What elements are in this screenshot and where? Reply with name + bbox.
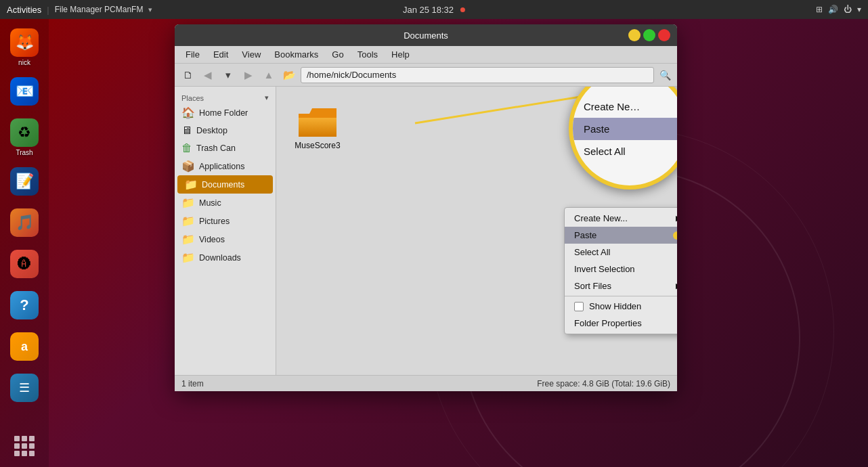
sidebar-item-videos[interactable]: 📁 Videos — [175, 230, 276, 248]
ctx-item-select-all[interactable]: Select All — [565, 244, 677, 261]
sidebar-header: Places ▾ — [175, 91, 276, 104]
dock-icon-help[interactable]: ? — [3, 287, 46, 326]
menu-bookmarks[interactable]: Bookmarks — [269, 48, 324, 61]
dock-icon-writer[interactable]: 📝 — [3, 163, 46, 202]
sidebar-item-desktop[interactable]: 🖥 Desktop — [175, 122, 276, 139]
status-bar: 1 item Free space: 4.8 GiB (Total: 19.6 … — [175, 375, 677, 391]
forward-button[interactable]: ▶ — [240, 66, 257, 84]
app-name-label: File Manager PCManFM — [55, 5, 144, 14]
dock-label-nick: nick — [18, 59, 30, 66]
app-dropdown-icon[interactable]: ▾ — [148, 5, 152, 14]
minimize-button[interactable]: – — [628, 29, 641, 41]
rhythmbox-icon: 🎵 — [10, 208, 39, 237]
menu-file[interactable]: File — [180, 48, 205, 61]
content-area: Places ▾ 🏠 Home Folder 🖥 Desktop 🗑 Trash… — [175, 87, 677, 375]
dock-icon-appstore[interactable]: 🅐 — [3, 246, 46, 284]
pictures-folder-icon: 📁 — [181, 215, 195, 227]
sidebar-item-pictures[interactable]: 📁 Pictures — [175, 212, 276, 230]
sidebar-label-home: Home Folder — [199, 108, 248, 118]
address-bar[interactable]: /home/nick/Documents — [301, 67, 654, 83]
menu-edit[interactable]: Edit — [208, 48, 234, 61]
sidebar-item-home[interactable]: 🏠 Home Folder — [175, 104, 276, 122]
ctx-item-paste[interactable]: Paste — [565, 227, 677, 244]
sidebar-item-documents[interactable]: 📁 Documents — [177, 175, 273, 194]
sidebar-label-desktop: Desktop — [196, 126, 227, 135]
back-dropdown-button[interactable]: ▾ — [219, 66, 237, 84]
up-button[interactable]: ▲ — [260, 66, 278, 84]
sidebar-item-trash[interactable]: 🗑 Trash Can — [175, 139, 276, 157]
files-icon: ☰ — [10, 374, 39, 402]
free-space: Free space: 4.8 GiB (Total: 19.6 GiB) — [537, 379, 670, 388]
dock-icon-files[interactable]: ☰ — [3, 370, 46, 408]
ctx-label-invert-selection: Invert Selection — [574, 264, 635, 274]
trash-icon: ♻ — [10, 118, 39, 147]
dock-icon-firefox[interactable]: 🦊 nick — [3, 24, 46, 70]
back-button[interactable]: ◀ — [199, 66, 217, 84]
item-count: 1 item — [181, 379, 204, 388]
ctx-separator — [565, 296, 677, 296]
documents-folder-icon: 📁 — [184, 178, 198, 191]
sidebar-item-downloads[interactable]: 📁 Downloads — [175, 248, 276, 267]
ctx-item-sort-files[interactable]: Sort Files ▶ — [565, 277, 677, 294]
file-area[interactable]: MuseScore3 Create New... ▶ Paste Select … — [276, 87, 677, 375]
browse-button[interactable]: 📂 — [280, 66, 298, 84]
sidebar: Places ▾ 🏠 Home Folder 🖥 Desktop 🗑 Trash… — [175, 87, 276, 375]
writer-icon: 📝 — [10, 167, 39, 196]
music-folder-icon: 📁 — [181, 196, 195, 209]
menu-help[interactable]: Help — [386, 48, 415, 61]
help-icon: ? — [10, 291, 39, 319]
power-icon[interactable]: ⏻ — [844, 5, 852, 14]
trash-folder-icon: 🗑 — [181, 142, 192, 154]
window-controls: – □ ✕ — [628, 29, 670, 41]
menu-view[interactable]: View — [236, 48, 266, 61]
sidebar-label-applications: Applications — [199, 162, 244, 171]
firefox-icon: 🦊 — [10, 28, 39, 57]
ctx-label-paste: Paste — [574, 230, 596, 240]
desktop-folder-icon: 🖥 — [181, 125, 192, 137]
power-dropdown[interactable]: ▾ — [857, 5, 861, 14]
close-button[interactable]: ✕ — [658, 29, 670, 41]
file-manager-window: Documents – □ ✕ File Edit View Bookmarks… — [175, 24, 677, 391]
menu-bar: File Edit View Bookmarks Go Tools Help — [175, 46, 677, 64]
ctx-item-create-new[interactable]: Create New... ▶ — [565, 210, 677, 227]
appstore-icon: 🅐 — [10, 250, 39, 278]
dock-icon-thunderbird[interactable]: 📧 — [3, 73, 46, 112]
ctx-item-invert-selection[interactable]: Invert Selection — [565, 261, 677, 277]
ctx-item-show-hidden[interactable]: Show Hidden — [565, 298, 677, 315]
window-title: Documents — [404, 30, 448, 41]
network-icon: ⊞ — [816, 5, 823, 14]
dock-icon-trash[interactable]: ♻ Trash — [3, 114, 46, 160]
apps-grid-button[interactable] — [14, 436, 35, 456]
ctx-item-folder-properties[interactable]: Folder Properties — [565, 315, 677, 332]
volume-icon[interactable]: 🔊 — [828, 5, 838, 14]
menu-tools[interactable]: Tools — [352, 48, 383, 61]
ctx-checkbox-show-hidden[interactable] — [574, 302, 584, 311]
new-tab-button[interactable]: 🗋 — [179, 66, 196, 84]
activities-button[interactable]: Activities — [7, 5, 41, 15]
context-menu: Create New... ▶ Paste Select All Invert … — [564, 207, 677, 334]
maximize-button[interactable]: □ — [643, 29, 655, 41]
sidebar-item-music[interactable]: 📁 Music — [175, 194, 276, 212]
ctx-label-create-new: Create New... — [574, 213, 628, 223]
search-button[interactable]: 🔍 — [657, 67, 673, 83]
dock-icon-rhythmbox[interactable]: 🎵 — [3, 204, 46, 243]
apps-folder-icon: 📦 — [181, 160, 195, 173]
magnifier-item-select-all: Select All — [573, 140, 677, 162]
recording-dot — [460, 7, 465, 12]
top-bar: Activities | File Manager PCManFM ▾ Jan … — [0, 0, 868, 19]
sidebar-label-trash: Trash Can — [196, 143, 236, 153]
dock-icon-amazon[interactable]: a — [3, 328, 46, 367]
sidebar-item-applications[interactable]: 📦 Applications — [175, 157, 276, 175]
ctx-arrow-create-new: ▶ — [676, 214, 677, 223]
file-item-musescore[interactable]: MuseScore3 — [287, 97, 348, 156]
thunderbird-icon: 📧 — [10, 77, 39, 106]
menu-go[interactable]: Go — [326, 48, 349, 61]
title-bar: Documents – □ ✕ — [175, 24, 677, 46]
sidebar-label-documents: Documents — [202, 180, 244, 190]
file-label-musescore: MuseScore3 — [295, 141, 340, 150]
ctx-label-folder-properties: Folder Properties — [574, 318, 642, 328]
toolbar: 🗋 ◀ ▾ ▶ ▲ 📂 /home/nick/Documents 🔍 — [175, 64, 677, 87]
paste-highlight-dot — [673, 231, 677, 240]
ctx-label-select-all: Select All — [574, 247, 610, 257]
folder-icon-musescore — [297, 103, 338, 138]
